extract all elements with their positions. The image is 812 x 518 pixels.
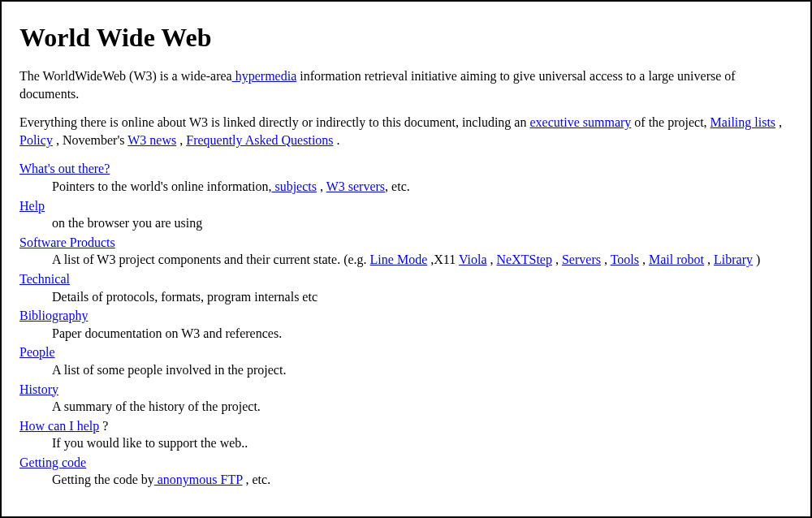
- text: ,: [704, 253, 714, 266]
- term-technical: Technical: [19, 270, 793, 288]
- text: Pointers to the world's online informati…: [52, 179, 271, 193]
- desc-bibliography: Paper documentation on W3 and references…: [52, 325, 793, 343]
- text: ?: [99, 419, 108, 433]
- text: ,: [552, 253, 562, 266]
- link-help[interactable]: Help: [19, 199, 45, 213]
- desc-whats-out-there: Pointers to the world's online informati…: [52, 178, 793, 196]
- text: ,: [176, 133, 186, 147]
- term-whats-out-there: What's out there?: [19, 160, 793, 178]
- link-mail-robot[interactable]: Mail robot: [649, 253, 704, 266]
- link-technical[interactable]: Technical: [19, 272, 70, 286]
- link-faq[interactable]: Frequently Asked Questions: [186, 133, 333, 147]
- term-history: History: [19, 381, 793, 399]
- link-viola[interactable]: Viola: [459, 253, 487, 266]
- desc-technical: Details of protocols, formats, program i…: [52, 288, 793, 306]
- term-bibliography: Bibliography: [19, 307, 793, 325]
- link-hypermedia[interactable]: hypermedia: [232, 69, 297, 83]
- link-anonymous-ftp[interactable]: anonymous FTP: [154, 473, 243, 486]
- link-bibliography[interactable]: Bibliography: [19, 309, 88, 322]
- page-title: World Wide Web: [19, 23, 793, 53]
- term-people: People: [19, 343, 793, 361]
- link-policy[interactable]: Policy: [19, 133, 53, 147]
- desc-help: on the browser you are using: [52, 214, 793, 232]
- link-line-mode[interactable]: Line Mode: [370, 253, 428, 266]
- text: ,: [601, 253, 611, 266]
- text: ,: [317, 179, 326, 193]
- term-software-products: Software Products: [19, 234, 793, 252]
- link-getting-code[interactable]: Getting code: [19, 455, 86, 469]
- link-w3-news[interactable]: W3 news: [127, 133, 176, 147]
- link-tools[interactable]: Tools: [611, 253, 639, 266]
- text: , etc.: [385, 179, 410, 193]
- text: The WorldWideWeb (W3) is a wide-area: [19, 69, 232, 83]
- text: ,: [487, 253, 497, 266]
- definition-list: What's out there? Pointers to the world'…: [19, 160, 793, 489]
- term-getting-code: Getting code: [19, 454, 793, 472]
- desc-software-products: A list of W3 project components and thei…: [52, 251, 793, 269]
- text: Everything there is online about W3 is l…: [19, 115, 529, 129]
- desc-history: A summary of the history of the project.: [52, 398, 793, 416]
- document-page: World Wide Web The WorldWideWeb (W3) is …: [0, 0, 812, 518]
- link-history[interactable]: History: [19, 382, 58, 396]
- link-mailing-lists[interactable]: Mailing lists: [710, 115, 775, 129]
- link-library[interactable]: Library: [714, 253, 753, 266]
- text: ,: [775, 115, 782, 129]
- text: .: [334, 133, 340, 147]
- text: ,: [639, 253, 649, 266]
- desc-getting-code: Getting the code by anonymous FTP , etc.: [52, 471, 793, 489]
- link-nextstep[interactable]: NeXTStep: [497, 253, 552, 266]
- desc-how-can-i-help: If you would like to support the web..: [52, 434, 793, 452]
- text: ): [753, 253, 760, 266]
- text: of the project,: [631, 115, 710, 129]
- link-software-products[interactable]: Software Products: [19, 235, 115, 249]
- intro-paragraph-2: Everything there is online about W3 is l…: [19, 114, 793, 149]
- text: Getting the code by: [52, 473, 154, 486]
- link-executive-summary[interactable]: executive summary: [529, 115, 631, 129]
- term-how-can-i-help: How can I help ?: [19, 417, 793, 435]
- text: ,X11: [427, 253, 459, 266]
- desc-people: A list of some people involved in the pr…: [52, 361, 793, 379]
- term-help: Help: [19, 197, 793, 215]
- link-whats-out-there[interactable]: What's out there?: [19, 162, 110, 175]
- text: , November's: [53, 133, 127, 147]
- link-people[interactable]: People: [19, 345, 55, 359]
- link-subjects[interactable]: subjects: [271, 179, 317, 193]
- text: A list of W3 project components and thei…: [52, 253, 370, 266]
- intro-paragraph-1: The WorldWideWeb (W3) is a wide-area hyp…: [19, 67, 793, 102]
- link-how-can-i-help[interactable]: How can I help: [19, 419, 99, 433]
- link-w3-servers[interactable]: W3 servers: [326, 179, 385, 193]
- link-servers[interactable]: Servers: [562, 253, 601, 266]
- text: , etc.: [243, 473, 271, 486]
